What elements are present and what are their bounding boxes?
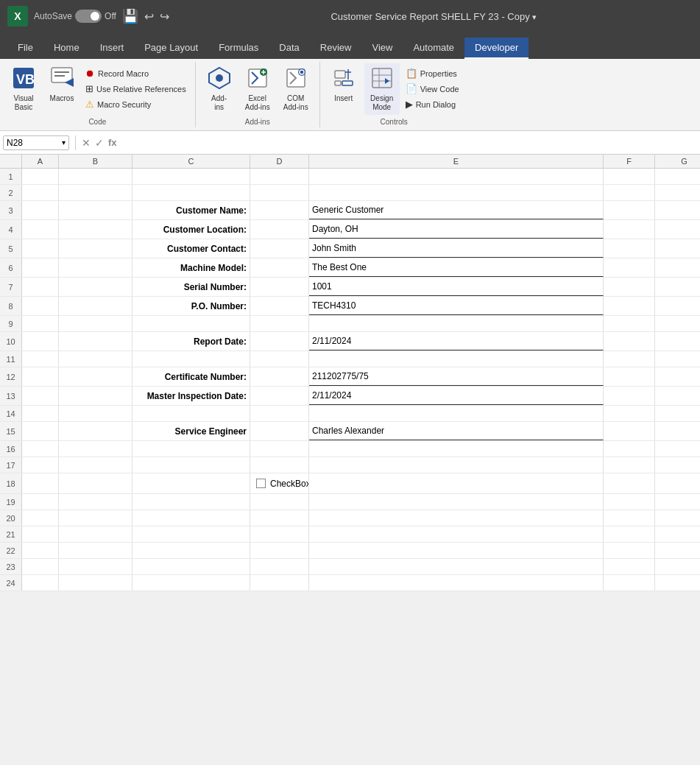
col-header-b[interactable]: B xyxy=(59,155,132,168)
confirm-formula-icon[interactable]: ✓ xyxy=(95,137,104,149)
cell-d16[interactable] xyxy=(250,441,309,456)
cell-e9[interactable] xyxy=(309,316,604,331)
cell-g21[interactable] xyxy=(655,526,700,542)
cell-e8[interactable]: TECH4310 xyxy=(309,297,604,315)
cell-d8[interactable] xyxy=(250,297,309,315)
col-header-c[interactable]: C xyxy=(132,155,250,168)
cell-f7[interactable] xyxy=(604,278,655,296)
save-icon[interactable]: 💾 xyxy=(122,8,138,24)
cell-f19[interactable] xyxy=(604,494,655,510)
cell-f24[interactable] xyxy=(604,575,655,591)
cell-b1[interactable] xyxy=(59,169,132,184)
cell-a10[interactable] xyxy=(22,332,59,350)
cell-a24[interactable] xyxy=(22,575,59,591)
cell-c1[interactable] xyxy=(132,169,250,184)
cell-b7[interactable] xyxy=(59,278,132,296)
cell-a3[interactable] xyxy=(22,201,59,219)
cell-g3[interactable] xyxy=(655,201,700,219)
cell-d4[interactable] xyxy=(250,220,309,239)
cell-b4[interactable] xyxy=(59,220,132,239)
cell-g16[interactable] xyxy=(655,441,700,456)
cell-a20[interactable] xyxy=(22,510,59,526)
cell-c2[interactable] xyxy=(132,185,250,200)
cell-g12[interactable] xyxy=(655,367,700,386)
cell-c4[interactable]: Customer Location: xyxy=(132,220,250,239)
col-header-d[interactable]: D xyxy=(250,155,309,168)
col-header-e[interactable]: E xyxy=(309,155,604,168)
cell-f5[interactable] xyxy=(604,239,655,258)
cell-d12[interactable] xyxy=(250,367,309,386)
cell-g22[interactable] xyxy=(655,543,700,558)
cell-d18[interactable]: CheckBox1 xyxy=(250,473,309,493)
cell-b5[interactable] xyxy=(59,239,132,258)
cell-c13[interactable]: Master Inspection Date: xyxy=(132,387,250,405)
cell-a18[interactable] xyxy=(22,473,59,493)
macro-security-button[interactable]: ⚠ Macro Security xyxy=(82,97,189,111)
cell-b24[interactable] xyxy=(59,575,132,591)
cell-d1[interactable] xyxy=(250,169,309,184)
design-mode-button[interactable]: Design Mode xyxy=(364,63,400,115)
tab-page-layout[interactable]: Page Layout xyxy=(134,38,208,59)
cell-f4[interactable] xyxy=(604,220,655,239)
visual-basic-button[interactable]: VB Visual Basic xyxy=(6,63,41,115)
cell-f22[interactable] xyxy=(604,543,655,558)
tab-formulas[interactable]: Formulas xyxy=(208,38,269,59)
cell-a14[interactable] xyxy=(22,406,59,421)
cell-a9[interactable] xyxy=(22,316,59,331)
cell-e2[interactable] xyxy=(309,185,604,200)
cell-a13[interactable] xyxy=(22,387,59,405)
cell-a7[interactable] xyxy=(22,278,59,296)
cell-b13[interactable] xyxy=(59,387,132,405)
name-box[interactable]: N28 ▾ xyxy=(3,135,69,150)
tab-review[interactable]: Review xyxy=(310,38,362,59)
cell-c23[interactable] xyxy=(132,559,250,574)
cell-e13[interactable]: 2/11/2024 xyxy=(309,387,604,405)
cell-g17[interactable] xyxy=(655,457,700,473)
tab-insert[interactable]: Insert xyxy=(90,38,135,59)
cell-a2[interactable] xyxy=(22,185,59,200)
cell-e12[interactable]: 211202775/75 xyxy=(309,367,604,386)
cell-g1[interactable] xyxy=(655,169,700,184)
redo-icon[interactable]: ↪ xyxy=(160,10,169,24)
cell-c21[interactable] xyxy=(132,526,250,542)
cell-e1[interactable] xyxy=(309,169,604,184)
run-dialog-button[interactable]: ▶ Run Dialog xyxy=(403,97,462,111)
cell-c17[interactable] xyxy=(132,457,250,473)
use-relative-references-button[interactable]: ⊞ Use Relative References xyxy=(82,82,189,96)
cell-c7[interactable]: Serial Number: xyxy=(132,278,250,296)
cell-b11[interactable] xyxy=(59,351,132,367)
cell-b12[interactable] xyxy=(59,367,132,386)
cell-f3[interactable] xyxy=(604,201,655,219)
cell-g9[interactable] xyxy=(655,316,700,331)
cell-e6[interactable]: The Best One xyxy=(309,258,604,277)
cell-e14[interactable] xyxy=(309,406,604,421)
cell-c9[interactable] xyxy=(132,316,250,331)
autosave-toggle[interactable] xyxy=(75,10,102,23)
cell-b22[interactable] xyxy=(59,543,132,558)
macros-button[interactable]: Macros xyxy=(44,63,79,106)
cell-d23[interactable] xyxy=(250,559,309,574)
cell-b16[interactable] xyxy=(59,441,132,456)
col-header-f[interactable]: F xyxy=(604,155,655,168)
cell-c5[interactable]: Customer Contact: xyxy=(132,239,250,258)
cell-e19[interactable] xyxy=(309,494,604,510)
cell-f18[interactable] xyxy=(604,473,655,493)
cell-d17[interactable] xyxy=(250,457,309,473)
cell-c18[interactable] xyxy=(132,473,250,493)
name-box-dropdown-icon[interactable]: ▾ xyxy=(62,138,66,147)
cell-a4[interactable] xyxy=(22,220,59,239)
cell-c11[interactable] xyxy=(132,351,250,367)
cell-g19[interactable] xyxy=(655,494,700,510)
cell-c3[interactable]: Customer Name: xyxy=(132,201,250,219)
cell-g4[interactable] xyxy=(655,220,700,239)
cell-e18[interactable] xyxy=(309,473,604,493)
cell-g18[interactable] xyxy=(655,473,700,493)
addins-button[interactable]: Add- ins xyxy=(202,63,237,115)
undo-icon[interactable]: ↩ xyxy=(144,10,154,24)
cell-e17[interactable] xyxy=(309,457,604,473)
record-macro-button[interactable]: ⏺ Record Macro xyxy=(82,66,189,80)
cell-g2[interactable] xyxy=(655,185,700,200)
cell-c10[interactable]: Report Date: xyxy=(132,332,250,350)
cell-a8[interactable] xyxy=(22,297,59,315)
cell-e20[interactable] xyxy=(309,510,604,526)
